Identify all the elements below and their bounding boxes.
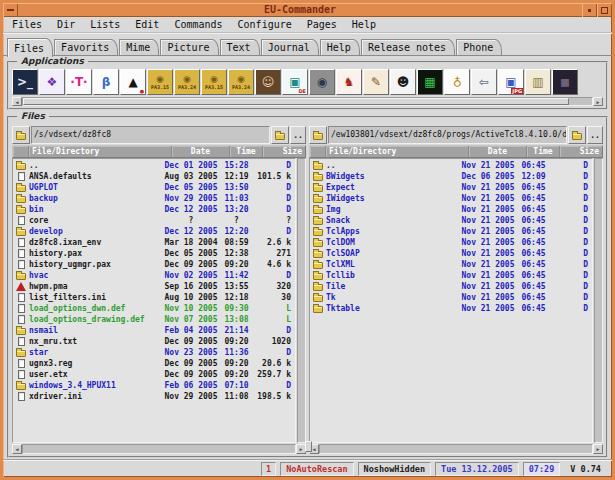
scroll-left-icon[interactable]: ◀ bbox=[12, 97, 22, 106]
left-path-input[interactable]: /s/vdsext/dz8fc8 bbox=[31, 126, 270, 144]
eye-icon[interactable]: ◉ bbox=[309, 69, 335, 95]
file-row-..[interactable]: ..Nov 21 200506:45D bbox=[310, 160, 592, 171]
left-hscroll-trough[interactable] bbox=[22, 444, 296, 454]
pa3-24-coin-icon[interactable]: ◉PA3.24 bbox=[174, 69, 200, 95]
camera-box-icon[interactable]: ◼ bbox=[552, 69, 578, 95]
left-bookmark-folder-button[interactable] bbox=[271, 126, 289, 144]
exit-door-icon[interactable]: ⇦ bbox=[471, 69, 497, 95]
file-row-core[interactable]: core??? bbox=[13, 215, 295, 226]
file-row-hwpm.pma[interactable]: hwpm.pmaSep 16 200513:55320 bbox=[13, 281, 295, 292]
circuit-board-icon[interactable]: ▦ bbox=[417, 69, 443, 95]
status-showhidden[interactable]: NoshowHidden bbox=[358, 462, 431, 476]
maximize-button[interactable] bbox=[597, 3, 612, 17]
file-row-BWidgets[interactable]: BWidgetsDec 06 200512:09D bbox=[310, 171, 592, 182]
header-file-directory[interactable]: File/Directory bbox=[29, 146, 172, 157]
left-folder-button[interactable] bbox=[12, 126, 30, 144]
terminal-icon[interactable]: >_ bbox=[12, 69, 38, 95]
keys-icon[interactable]: ♀ bbox=[444, 69, 470, 95]
file-row-ugnx3.reg[interactable]: ugnx3.regDec 09 200509:2020.6 k bbox=[13, 358, 295, 369]
file-row-windows_3.4_HPUX11[interactable]: windows_3.4_HPUX11Feb 06 200507:10D bbox=[13, 380, 295, 391]
file-row-dz8fc8.ixan_env[interactable]: dz8fc8.ixan_envMar 18 200408:592.6 k bbox=[13, 237, 295, 248]
file-row-develop[interactable]: developDec 12 200512:20D bbox=[13, 226, 295, 237]
file-row-TclSOAP[interactable]: TclSOAPNov 21 200506:45D bbox=[310, 248, 592, 259]
file-row-backup[interactable]: backupNov 29 200511:03D bbox=[13, 193, 295, 204]
ansa-icon[interactable]: ▲● bbox=[120, 69, 146, 95]
file-row-IWidgets[interactable]: IWidgetsNov 21 200506:45D bbox=[310, 193, 592, 204]
tab-favorits[interactable]: Favorits bbox=[54, 39, 118, 56]
file-row-..[interactable]: ..Dec 01 200515:28D bbox=[13, 160, 295, 171]
file-row-nsmail[interactable]: nsmailFeb 04 200521:14D bbox=[13, 325, 295, 336]
status-autorescan[interactable]: NoAutoRescan bbox=[280, 462, 353, 476]
tab-phone[interactable]: Phone bbox=[456, 39, 502, 56]
file-row-user.etx[interactable]: user.etxDec 09 200509:20259.7 k bbox=[13, 369, 295, 380]
menu-files[interactable]: Files bbox=[12, 19, 42, 30]
tab-mime[interactable]: Mime bbox=[119, 39, 159, 56]
menu-dir[interactable]: Dir bbox=[57, 19, 75, 30]
file-row-TclXML[interactable]: TclXMLNov 21 200506:45D bbox=[310, 259, 592, 270]
file-row-Tcllib[interactable]: TcllibNov 21 200506:45D bbox=[310, 270, 592, 281]
header-time[interactable]: Time bbox=[230, 146, 263, 157]
file-row-ANSA.defaults[interactable]: ANSA.defaultsAug 03 200512:19101.5 k bbox=[13, 171, 295, 182]
tab-journal[interactable]: Journal bbox=[261, 39, 319, 56]
tab-text[interactable]: Text bbox=[220, 39, 260, 56]
header-date[interactable]: Date bbox=[172, 146, 230, 157]
masks-icon[interactable]: ☻ bbox=[390, 69, 416, 95]
header-size[interactable]: Size bbox=[560, 146, 602, 157]
pa3-15-coin-icon[interactable]: ◉PA3.15 bbox=[147, 69, 173, 95]
file-row-history.pax[interactable]: history.paxDec 05 200512:38271 bbox=[13, 248, 295, 259]
header-blank-cell[interactable] bbox=[310, 146, 326, 157]
pa3-15-coin-icon-2[interactable]: ◉PA3.15 bbox=[201, 69, 227, 95]
pa3-24-coin-icon-2[interactable]: ◉PA3.24 bbox=[228, 69, 254, 95]
jpg-viewer-icon[interactable]: ▣JPG bbox=[498, 69, 524, 95]
file-row-list_filters.ini[interactable]: list_filters.iniAug 10 200512:1830 bbox=[13, 292, 295, 303]
file-row-nx_mru.txt[interactable]: nx_mru.txtDec 09 200509:201020 bbox=[13, 336, 295, 347]
file-row-Expect[interactable]: ExpectNov 21 200506:45D bbox=[310, 182, 592, 193]
toolbar-scrollbar-trough[interactable] bbox=[22, 97, 593, 106]
palette-icon[interactable]: ✎ bbox=[363, 69, 389, 95]
film-box-icon[interactable]: ▥ bbox=[525, 69, 551, 95]
tab-release-notes[interactable]: Release notes bbox=[361, 39, 455, 56]
menu-commands[interactable]: Commands bbox=[174, 19, 222, 30]
right-updir-button[interactable]: .. bbox=[587, 126, 603, 144]
right-hscroll-trough[interactable] bbox=[319, 444, 593, 454]
right-vertical-scrollbar[interactable] bbox=[594, 158, 603, 443]
window-menu-button[interactable] bbox=[3, 3, 18, 17]
left-vertical-scrollbar[interactable] bbox=[297, 158, 306, 443]
header-size[interactable]: Size bbox=[263, 146, 305, 157]
menu-help[interactable]: Help bbox=[352, 19, 376, 30]
scroll-right-icon[interactable]: ▶ bbox=[593, 97, 603, 106]
graphics-app-icon[interactable]: ❖ bbox=[39, 69, 65, 95]
right-folder-button[interactable] bbox=[309, 126, 327, 144]
header-blank-cell[interactable] bbox=[13, 146, 29, 157]
file-row-Tile[interactable]: TileNov 21 200506:45D bbox=[310, 281, 592, 292]
panel-sash-grip[interactable] bbox=[305, 441, 312, 452]
right-horizontal-scrollbar[interactable]: ◀ ▶ bbox=[309, 444, 603, 454]
tab-files[interactable]: Files bbox=[7, 38, 53, 57]
file-row-load_options_dwn.def[interactable]: load_options_dwn.defNov 10 200509:30L bbox=[13, 303, 295, 314]
einstein-icon[interactable]: ☺ bbox=[255, 69, 281, 95]
file-row-star[interactable]: starNov 23 200511:36D bbox=[13, 347, 295, 358]
file-row-Tktable[interactable]: TktableNov 21 200506:45D bbox=[310, 303, 592, 314]
computer-de-icon[interactable]: ▣DE bbox=[282, 69, 308, 95]
scroll-right-icon[interactable]: ▶ bbox=[593, 444, 603, 454]
menu-configure[interactable]: Configure bbox=[238, 19, 292, 30]
toolbar-scrollbar-thumb[interactable] bbox=[23, 98, 569, 105]
right-bookmark-folder-button[interactable] bbox=[568, 126, 586, 144]
telekom-icon[interactable]: ·T· bbox=[66, 69, 92, 95]
file-row-Tk[interactable]: TkNov 21 200506:45D bbox=[310, 292, 592, 303]
header-file-directory[interactable]: File/Directory bbox=[326, 146, 469, 157]
file-row-load_options_drawing.def[interactable]: load_options_drawing.defNov 07 200513:08… bbox=[13, 314, 295, 325]
file-row-Img[interactable]: ImgNov 21 200506:45D bbox=[310, 204, 592, 215]
file-row-history_ugmgr.pax[interactable]: history_ugmgr.paxDec 09 200509:204.6 k bbox=[13, 259, 295, 270]
tab-help[interactable]: Help bbox=[320, 39, 360, 56]
file-row-TclDOM[interactable]: TclDOMNov 21 200506:45D bbox=[310, 237, 592, 248]
header-time[interactable]: Time bbox=[527, 146, 560, 157]
right-path-input[interactable]: /ew103801/vdsext/dz8fc8/progs/ActiveTcl8… bbox=[328, 126, 567, 144]
file-row-hvac[interactable]: hvacNov 02 200511:42D bbox=[13, 270, 295, 281]
file-row-bin[interactable]: binDec 12 200513:20D bbox=[13, 204, 295, 215]
file-row-Snack[interactable]: SnackNov 21 200506:45D bbox=[310, 215, 592, 226]
toolbar-scrollbar[interactable]: ◀ ▶ bbox=[12, 97, 603, 106]
tab-picture[interactable]: Picture bbox=[160, 39, 218, 56]
titlebar[interactable]: EU-Commander bbox=[3, 3, 612, 17]
minimize-button[interactable] bbox=[582, 3, 597, 17]
